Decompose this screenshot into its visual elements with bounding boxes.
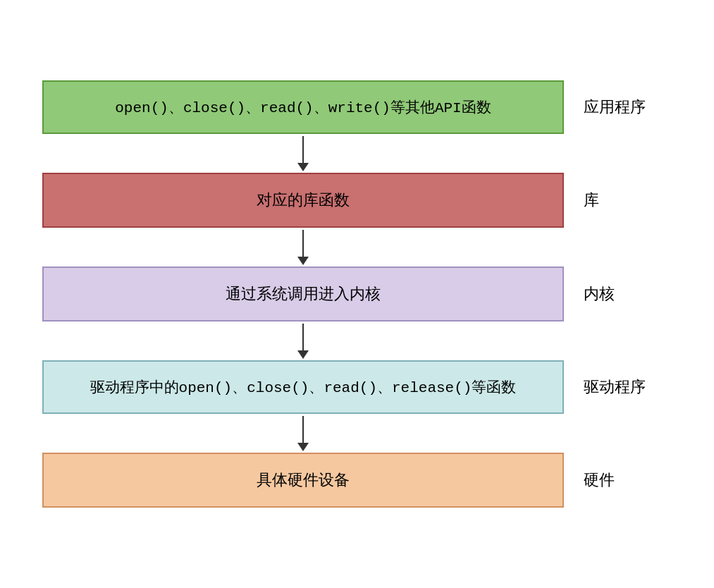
arrow-head-4 bbox=[297, 443, 309, 451]
layer-app-row: open()、close()、read()、write()等其他API函数 应用… bbox=[42, 80, 672, 134]
box-lib: 对应的库函数 bbox=[42, 173, 564, 228]
arrow-shape-1 bbox=[297, 136, 309, 171]
layer-lib-row: 对应的库函数 库 bbox=[42, 173, 672, 228]
arrow-4 bbox=[42, 414, 564, 453]
box-driver-text: 驱动程序中的open()、close()、read()、release()等函数 bbox=[90, 380, 517, 396]
layer-hardware-row: 具体硬件设备 硬件 bbox=[42, 453, 672, 508]
layer-driver-row: 驱动程序中的open()、close()、read()、release()等函数… bbox=[42, 360, 672, 414]
arrow-shape-3 bbox=[297, 324, 309, 359]
diagram-container: open()、close()、read()、write()等其他API函数 应用… bbox=[0, 52, 714, 536]
box-hardware: 具体硬件设备 bbox=[42, 453, 564, 508]
arrow-head-1 bbox=[297, 163, 309, 171]
arrow-line-1 bbox=[302, 136, 304, 163]
arrow-1 bbox=[42, 134, 564, 173]
box-app: open()、close()、read()、write()等其他API函数 bbox=[42, 80, 564, 134]
arrow-line-3 bbox=[302, 324, 304, 350]
arrow-head-2 bbox=[297, 257, 309, 265]
arrow-line-4 bbox=[302, 416, 304, 443]
arrow-head-3 bbox=[297, 350, 309, 359]
box-lib-text: 对应的库函数 bbox=[257, 191, 350, 209]
box-hardware-text: 具体硬件设备 bbox=[257, 471, 350, 489]
arrow-3 bbox=[42, 321, 564, 360]
label-driver: 驱动程序 bbox=[584, 376, 646, 398]
layer-kernel-row: 通过系统调用进入内核 内核 bbox=[42, 267, 672, 321]
box-kernel: 通过系统调用进入内核 bbox=[42, 267, 564, 321]
box-app-text: open()、close()、read()、write()等其他API函数 bbox=[115, 100, 491, 116]
arrow-shape-2 bbox=[297, 230, 309, 265]
box-driver: 驱动程序中的open()、close()、read()、release()等函数 bbox=[42, 360, 564, 414]
arrow-2 bbox=[42, 228, 564, 267]
label-hardware: 硬件 bbox=[584, 470, 615, 491]
arrow-shape-4 bbox=[297, 416, 309, 451]
label-kernel: 内核 bbox=[584, 283, 615, 305]
label-lib: 库 bbox=[584, 190, 599, 211]
arrow-line-2 bbox=[302, 230, 304, 257]
label-app: 应用程序 bbox=[584, 97, 646, 118]
box-kernel-text: 通过系统调用进入内核 bbox=[226, 285, 381, 302]
